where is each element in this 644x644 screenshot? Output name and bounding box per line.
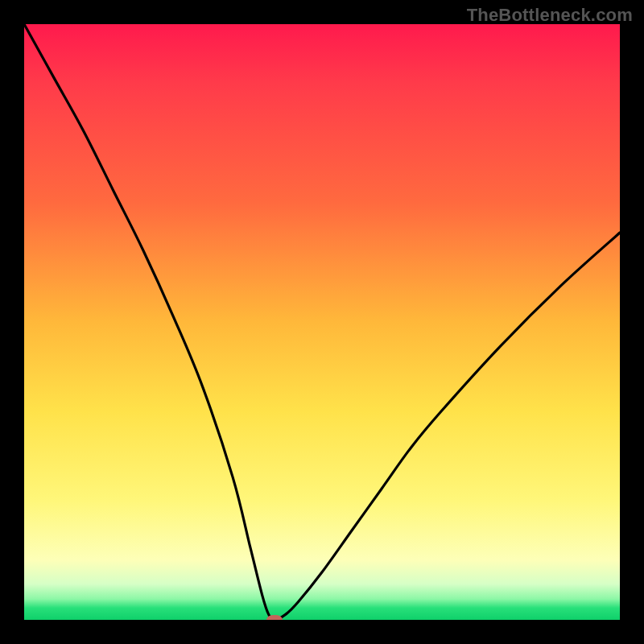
plot-area [24, 24, 620, 620]
optimal-marker [266, 615, 283, 620]
watermark-text: TheBottleneck.com [467, 5, 633, 26]
chart-frame: TheBottleneck.com [0, 0, 644, 644]
bottleneck-curve [24, 24, 620, 620]
